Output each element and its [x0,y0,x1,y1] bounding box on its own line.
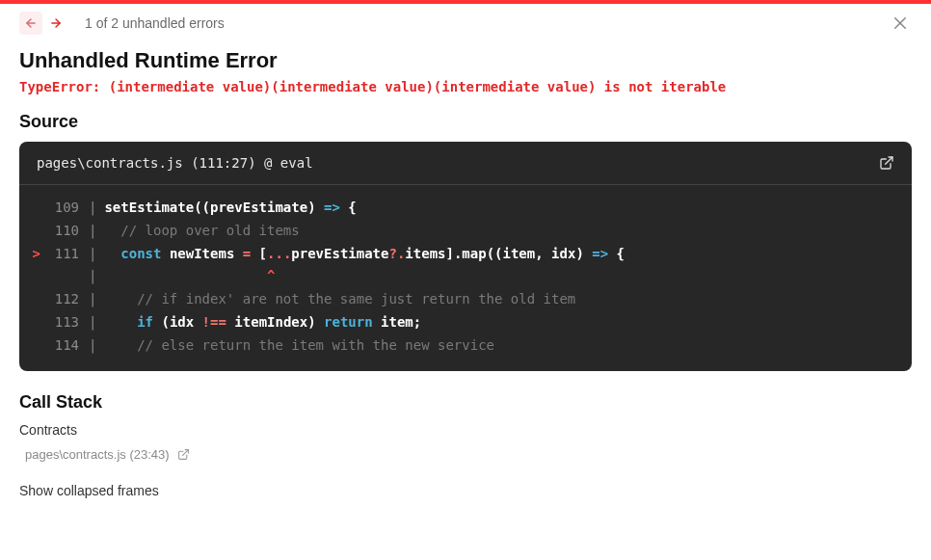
code-block: 109 | setEstimate((prevEstimate) => { 11… [19,185,912,371]
source-heading: Source [19,112,912,132]
stack-frame-location-row: pages\contracts.js (23:43) [19,447,912,462]
svg-line-4 [886,157,892,164]
code-line: 109 | setEstimate((prevEstimate) => { [19,197,912,220]
close-icon [891,14,909,32]
arrow-left-icon [24,16,38,30]
line-number: 112 [44,288,87,311]
overlay-topbar: 1 of 2 unhandled errors [0,4,931,44]
call-stack-section: Call Stack Contracts pages\contracts.js … [19,392,912,462]
error-overlay: 1 of 2 unhandled errors Unhandled Runtim… [0,0,931,560]
stack-frame-name: Contracts [19,422,912,438]
error-message: TypeError: (intermediate value)(intermed… [19,79,912,94]
overlay-content: Unhandled Runtime Error TypeError: (inte… [0,48,931,498]
open-in-editor-button[interactable] [879,155,894,171]
source-panel: pages\contracts.js (111:27) @ eval 109 |… [19,142,912,371]
line-number: 114 [44,334,87,358]
arrow-right-icon [49,16,63,30]
code-line: 114 | // else return the item with the n… [19,334,912,358]
caret-line: | ^ [19,265,912,288]
code-line: 113 | if (idx !== itemIndex) return item… [19,311,912,334]
show-collapsed-frames-button[interactable]: Show collapsed frames [19,483,912,498]
code-line-highlighted: > 111 | const newItems = [...prevEstimat… [19,243,912,266]
caret-pointer: ^ [104,265,275,288]
line-number: 110 [44,220,87,243]
stack-open-in-editor-button[interactable] [177,448,190,461]
callstack-heading: Call Stack [19,392,912,413]
error-title: Unhandled Runtime Error [19,48,912,73]
external-link-icon [177,448,190,461]
code-line: 110 | // loop over old items [19,220,912,243]
source-location: pages\contracts.js (111:27) @ eval [37,155,313,171]
line-number: 109 [44,197,87,220]
code-line: 112 | // if index' are not the same just… [19,288,912,311]
line-number: 111 [44,243,87,266]
line-number: 113 [44,311,87,334]
svg-line-5 [182,449,188,455]
stack-frame-location: pages\contracts.js (23:43) [25,447,170,462]
source-header: pages\contracts.js (111:27) @ eval [19,142,912,185]
external-link-icon [879,155,894,171]
error-counter: 1 of 2 unhandled errors [85,15,225,31]
prev-error-button[interactable] [19,12,42,35]
error-marker: > [19,243,44,266]
close-button[interactable] [889,12,912,35]
next-error-button[interactable] [44,12,67,35]
